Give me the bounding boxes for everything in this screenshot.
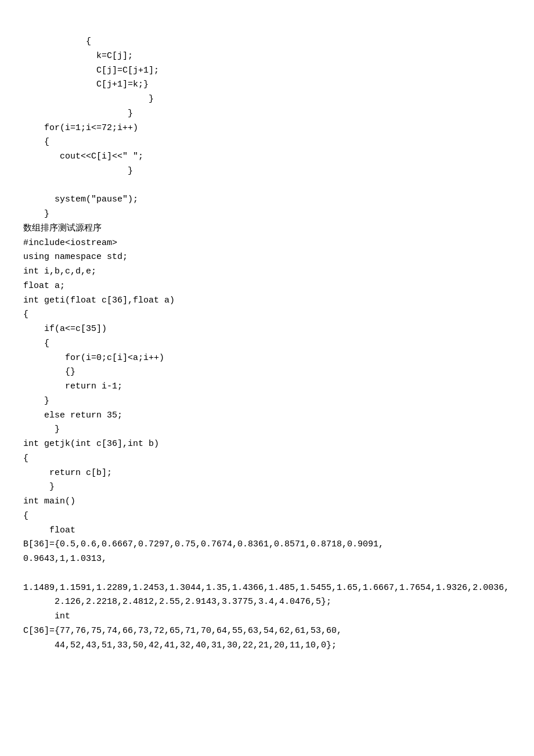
code-container: { k=C[j]; C[j]=C[j+1]; C[j+1]=k;} } } fo… [23, 35, 511, 653]
code-text: { k=C[j]; C[j]=C[j+1]; C[j+1]=k;} } } fo… [23, 35, 511, 653]
